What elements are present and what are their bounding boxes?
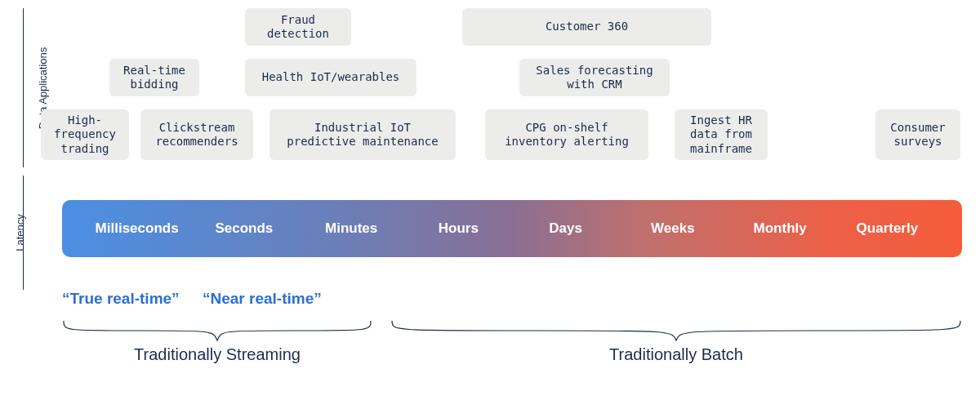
latency-gradient-bar: Milliseconds Seconds Minutes Hours Days … <box>62 200 962 257</box>
latency-monthly: Monthly <box>727 220 834 237</box>
chip-customer-360: Customer 360 <box>462 8 711 46</box>
chip-industrial-iot-predictive-maintenance: Industrial IoT predictive maintenance <box>270 109 456 160</box>
latency-axis-label: Latency <box>14 214 26 251</box>
axis-divider <box>23 176 24 290</box>
brace-streaming-label: Traditionally Streaming <box>62 345 372 364</box>
latency-seconds: Seconds <box>190 220 297 237</box>
chip-health-iot-wearables: Health IoT/wearables <box>245 59 416 96</box>
latency-days: Days <box>512 220 619 237</box>
label-true-real-time: “True real-time” <box>62 290 180 308</box>
brace-batch-label: Traditionally Batch <box>390 345 962 364</box>
chip-cpg-on-shelf-inventory-alerting: CPG on-shelf inventory alerting <box>485 109 648 160</box>
latency-weeks: Weeks <box>619 220 726 237</box>
latency-hours: Hours <box>405 220 512 237</box>
chip-consumer-surveys: Consumer surveys <box>875 109 960 160</box>
chip-fraud-detection: Fraud detection <box>245 8 351 46</box>
chip-clickstream-recommenders: Clickstream recommenders <box>140 109 253 160</box>
chip-real-time-bidding: Real-time bidding <box>109 59 199 96</box>
chip-high-frequency-trading: High- frequency trading <box>41 109 129 160</box>
brace-streaming: Traditionally Streaming <box>62 319 372 364</box>
chip-ingest-hr-data-mainframe: Ingest HR data from mainframe <box>675 109 768 160</box>
brace-batch: Traditionally Batch <box>390 319 962 364</box>
latency-section: Latency Milliseconds Seconds Minutes Hou… <box>0 176 980 290</box>
latency-minutes: Minutes <box>298 220 405 237</box>
axis-divider <box>23 8 24 167</box>
bottom-annotations: “True real-time” “Near real-time” Tradit… <box>0 290 980 396</box>
brace-icon <box>390 319 962 342</box>
latency-milliseconds: Milliseconds <box>83 220 190 237</box>
brace-icon <box>62 319 372 342</box>
chip-sales-forecasting-crm: Sales forecasting with CRM <box>519 59 670 96</box>
latency-quarterly: Quarterly <box>834 220 941 237</box>
data-applications-section: Data Applications Fraud detection Custom… <box>0 0 980 176</box>
label-near-real-time: “Near real-time” <box>203 290 322 308</box>
